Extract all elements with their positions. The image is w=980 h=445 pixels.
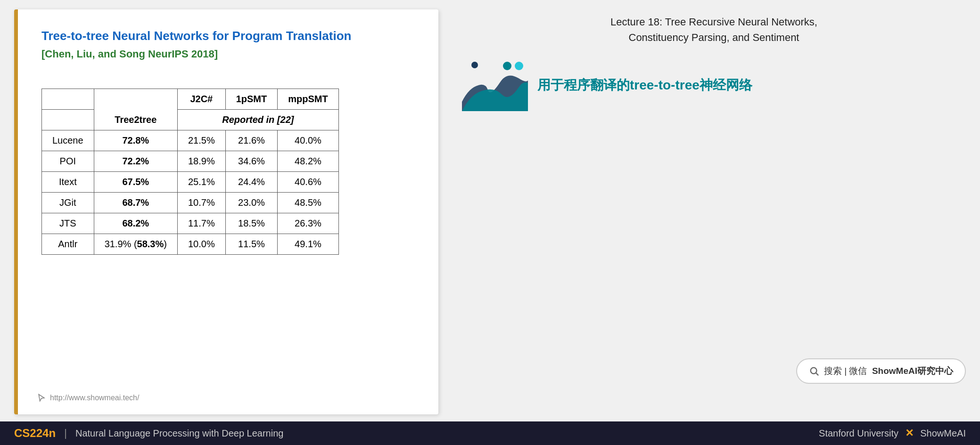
table-row: JTS 68.2% 11.7% 18.5% 26.3% bbox=[42, 213, 339, 234]
row-mppsmt-jgit: 48.5% bbox=[278, 192, 338, 213]
row-1psmt-jts: 18.5% bbox=[225, 213, 278, 234]
stanford-text: Stanford University bbox=[819, 428, 898, 439]
showmeai-text: ShowMeAI bbox=[920, 428, 966, 439]
search-box[interactable]: 搜索 | 微信 ShowMeAI研究中心 bbox=[796, 358, 966, 384]
table-header-row2: Reported in [22] bbox=[42, 109, 339, 130]
row-mppsmt-antlr: 49.1% bbox=[278, 234, 338, 254]
lecture-title-area: Lecture 18: Tree Recursive Neural Networ… bbox=[462, 12, 966, 55]
row-tree2tree-jts: 68.2% bbox=[94, 213, 177, 234]
decorative-area: 用于程序翻译的tree-to-tree神经网络 bbox=[462, 59, 966, 111]
table-row: Lucene 72.8% 21.5% 21.6% 40.0% bbox=[42, 130, 339, 151]
row-mppsmt-itext: 40.6% bbox=[278, 171, 338, 192]
table-container: Tree2tree J2C# 1pSMT mppSMT Reported in … bbox=[41, 89, 339, 255]
bottom-right: Stanford University ✕ ShowMeAI bbox=[819, 427, 966, 439]
row-j2c-lucene: 21.5% bbox=[177, 130, 225, 151]
row-1psmt-antlr: 11.5% bbox=[225, 234, 278, 254]
row-tree2tree-itext: 67.5% bbox=[94, 171, 177, 192]
row-tree2tree-antlr: 31.9% (58.3%) bbox=[94, 234, 177, 254]
row-tree2tree-poi: 72.2% bbox=[94, 151, 177, 171]
row-tree2tree-lucene: 72.8% bbox=[94, 130, 177, 151]
header-1psmt: 1pSMT bbox=[225, 89, 278, 109]
header-reported: Reported in [22] bbox=[177, 109, 338, 130]
decorative-graphic bbox=[462, 59, 528, 111]
search-text: 搜索 | 微信 ShowMeAI研究中心 bbox=[824, 365, 953, 377]
row-j2c-jgit: 10.7% bbox=[177, 192, 225, 213]
cursor-icon bbox=[37, 393, 46, 403]
bottom-bar: CS224n | Natural Language Processing wit… bbox=[0, 421, 980, 445]
row-mppsmt-poi: 48.2% bbox=[278, 151, 338, 171]
bottom-separator: | bbox=[61, 427, 70, 439]
row-name-jgit: JGit bbox=[42, 192, 94, 213]
row-name-poi: POI bbox=[42, 151, 94, 171]
lecture-title-line2: Constituency Parsing, and Sentiment bbox=[629, 32, 799, 43]
row-j2c-jts: 11.7% bbox=[177, 213, 225, 234]
main-area: Tree-to-tree Neural Networks for Program… bbox=[0, 0, 980, 421]
table-row: Itext 67.5% 25.1% 24.4% 40.6% bbox=[42, 171, 339, 192]
url-text: http://www.showmeai.tech/ bbox=[50, 394, 139, 402]
svg-point-0 bbox=[811, 368, 817, 374]
table-row: POI 72.2% 18.9% 34.6% 48.2% bbox=[42, 151, 339, 171]
row-mppsmt-lucene: 40.0% bbox=[278, 130, 338, 151]
chinese-subtitle: 用于程序翻译的tree-to-tree神经网络 bbox=[537, 76, 752, 94]
slide-panel: Tree-to-tree Neural Networks for Program… bbox=[14, 9, 438, 414]
row-1psmt-lucene: 21.6% bbox=[225, 130, 278, 151]
table-row: Antlr 31.9% (58.3%) 10.0% 11.5% 49.1% bbox=[42, 234, 339, 254]
bottom-left: CS224n | Natural Language Processing wit… bbox=[14, 427, 283, 440]
row-1psmt-jgit: 23.0% bbox=[225, 192, 278, 213]
x-separator: ✕ bbox=[902, 427, 916, 439]
row-j2c-itext: 25.1% bbox=[177, 171, 225, 192]
row-j2c-poi: 18.9% bbox=[177, 151, 225, 171]
lecture-title-line1: Lecture 18: Tree Recursive Neural Networ… bbox=[610, 16, 817, 28]
row-1psmt-itext: 24.4% bbox=[225, 171, 278, 192]
lecture-title: Lecture 18: Tree Recursive Neural Networ… bbox=[462, 14, 966, 45]
slide-subtitle: [Chen, Liu, and Song NeurIPS 2018] bbox=[41, 48, 415, 60]
row-1psmt-poi: 34.6% bbox=[225, 151, 278, 171]
right-panel: Lecture 18: Tree Recursive Neural Networ… bbox=[448, 0, 980, 421]
slide-url: http://www.showmeai.tech/ bbox=[37, 393, 139, 403]
table-body: Lucene 72.8% 21.5% 21.6% 40.0% POI 72.2%… bbox=[42, 130, 339, 254]
row-name-lucene: Lucene bbox=[42, 130, 94, 151]
row-name-antlr: Antlr bbox=[42, 234, 94, 254]
teal-graphic bbox=[462, 64, 528, 111]
svg-line-1 bbox=[816, 373, 818, 375]
header-empty1 bbox=[42, 89, 94, 109]
row-name-jts: JTS bbox=[42, 213, 94, 234]
slide-title: Tree-to-tree Neural Networks for Program… bbox=[41, 28, 415, 44]
data-table: Tree2tree J2C# 1pSMT mppSMT Reported in … bbox=[41, 89, 339, 255]
header-j2c: J2C# bbox=[177, 89, 225, 109]
header-empty2 bbox=[42, 109, 94, 130]
search-icon bbox=[809, 366, 819, 376]
row-j2c-antlr: 10.0% bbox=[177, 234, 225, 254]
course-code: CS224n bbox=[14, 427, 56, 440]
course-description: Natural Language Processing with Deep Le… bbox=[75, 428, 283, 439]
header-mppsmt: mppSMT bbox=[278, 89, 338, 109]
table-row: JGit 68.7% 10.7% 23.0% 48.5% bbox=[42, 192, 339, 213]
header-tree2tree: Tree2tree bbox=[94, 89, 177, 130]
table-header-row1: Tree2tree J2C# 1pSMT mppSMT bbox=[42, 89, 339, 109]
row-tree2tree-jgit: 68.7% bbox=[94, 192, 177, 213]
row-mppsmt-jts: 26.3% bbox=[278, 213, 338, 234]
row-name-itext: Itext bbox=[42, 171, 94, 192]
